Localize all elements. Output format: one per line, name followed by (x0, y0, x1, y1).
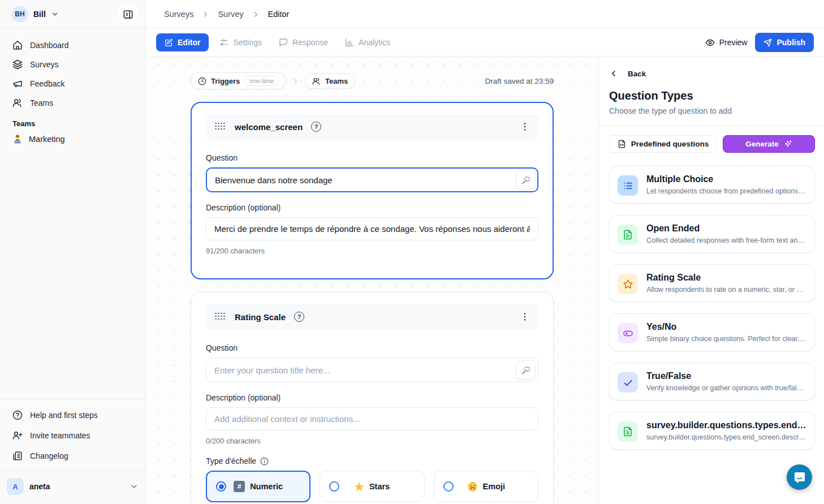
breadcrumb-surveys[interactable]: Surveys (164, 10, 193, 19)
sidebar-item-label: Invite teammates (30, 431, 90, 440)
panel-collapse-icon (123, 9, 133, 20)
publish-button[interactable]: Publish (755, 33, 814, 52)
generate-label: Generate (745, 140, 779, 148)
question-type-multiple-choice[interactable]: Multiple Choice Let respondents choose f… (609, 166, 815, 204)
app-root: BH Bill Dashboard Surveys Feedback (0, 0, 824, 504)
tab-label: Settings (233, 38, 262, 47)
sidebar-item-label: Teams (30, 98, 53, 107)
drag-handle-icon[interactable] (215, 123, 226, 131)
chat-launcher-button[interactable] (787, 464, 812, 490)
scale-option-numeric[interactable]: # Numeric (206, 471, 310, 502)
question-type-true-false[interactable]: True/False Verify knowledge or gather op… (609, 363, 815, 400)
pencil-icon (165, 38, 173, 47)
chat-bubble-icon (793, 471, 806, 484)
question-type-end-screen[interactable]: survey.builder.questions.types.end_scr..… (609, 412, 815, 450)
account-name: aneta (29, 482, 50, 491)
wand-sparkles-icon (521, 175, 530, 184)
question-card-title: welcome_screen (235, 122, 303, 132)
type-desc: Allow respondents to rate on a numeric, … (646, 286, 806, 294)
question-title-input[interactable] (206, 357, 538, 382)
sidebar-item-label: Help and first steps (30, 411, 98, 420)
megaphone-icon (12, 79, 23, 89)
breadcrumb-survey[interactable]: Survey (218, 10, 243, 19)
radio-icon[interactable] (443, 481, 454, 492)
sidebar-item-dashboard[interactable]: Dashboard (7, 36, 139, 55)
chevron-left-icon (609, 69, 618, 78)
question-title-input[interactable] (206, 167, 538, 192)
tab-label: Response (292, 38, 328, 47)
tab-editor[interactable]: Editor (156, 33, 209, 51)
tab-response[interactable]: Response (273, 33, 334, 51)
chevron-down-icon (130, 482, 139, 491)
triggers-label: Triggers (211, 77, 240, 85)
help-circle-icon[interactable]: ? (311, 122, 321, 132)
home-icon (12, 40, 23, 50)
preview-button[interactable]: Preview (705, 38, 748, 48)
collapse-sidebar-button[interactable] (118, 4, 138, 24)
question-card-title: Rating Scale (235, 312, 286, 322)
sidebar-item-changelog[interactable]: Changelog (7, 446, 139, 466)
tab-settings[interactable]: Settings (213, 33, 268, 51)
type-desc: Collect detailed responses with free-for… (646, 236, 806, 244)
question-type-yes-no[interactable]: Yes/No Simple binary choice questions. P… (609, 313, 815, 351)
team-label: Marketing (29, 135, 65, 144)
smiley-emoji (467, 481, 478, 492)
hash-keycap-icon: # (234, 481, 245, 492)
question-card-rating-scale[interactable]: Rating Scale ? ⋮ Question Description (o… (191, 292, 554, 504)
sidebar-item-label: Surveys (30, 60, 59, 69)
tab-analytics[interactable]: Analytics (339, 33, 396, 51)
drag-handle-icon[interactable] (215, 313, 226, 321)
triggers-pill[interactable]: Triggers one-time (191, 72, 286, 89)
magic-wand-button[interactable] (516, 170, 536, 190)
sidebar-item-help[interactable]: Help and first steps (7, 405, 139, 425)
chevron-right-icon (291, 77, 300, 85)
panel-title: Question Types (609, 89, 815, 102)
newspaper-icon (12, 451, 23, 461)
workspace-switcher[interactable]: BH Bill (8, 3, 62, 25)
wand-sparkles-icon (521, 365, 530, 374)
kebab-menu-icon[interactable]: ⋮ (520, 122, 529, 131)
question-card-header: Rating Scale ? ⋮ (206, 304, 538, 330)
question-card-welcome-screen[interactable]: welcome_screen ? ⋮ Question Description … (191, 102, 554, 279)
sidebar-footer: Help and first steps Invite teammates Ch… (0, 399, 145, 466)
account-switcher[interactable]: A aneta (0, 471, 145, 504)
sidebar-item-invite[interactable]: Invite teammates (7, 425, 139, 446)
back-button[interactable]: Back (609, 57, 815, 89)
type-name: Multiple Choice (646, 174, 806, 186)
generate-button[interactable]: Generate (723, 135, 815, 153)
scale-option-emoji[interactable]: Emoji (434, 471, 538, 502)
sparkles-icon (784, 140, 792, 148)
sidebar-item-label: Changelog (30, 451, 68, 460)
question-type-open-ended[interactable]: Open Ended Collect detailed responses wi… (609, 215, 815, 253)
type-name: survey.builder.questions.types.end_scr..… (646, 420, 806, 432)
type-name: Open Ended (646, 223, 806, 235)
description-input-wrap (206, 217, 538, 240)
users-icon (12, 98, 23, 108)
help-circle-icon[interactable]: ? (294, 312, 304, 322)
trigger-type-badge: one-time (244, 76, 279, 86)
scale-option-label: Stars (369, 482, 390, 491)
sidebar-item-teams[interactable]: Teams (7, 93, 139, 113)
scale-type-options: # Numeric ★ Stars Emoji (206, 471, 538, 502)
description-input[interactable] (206, 217, 538, 240)
predefined-questions-button[interactable]: Predefined questions (609, 135, 717, 153)
sidebar-item-feedback[interactable]: Feedback (7, 74, 139, 93)
radio-checked-icon[interactable] (216, 481, 226, 492)
chevron-right-icon (252, 10, 260, 19)
chevron-down-icon (51, 10, 59, 18)
teams-pill[interactable]: Teams (305, 74, 355, 89)
sidebar-item-surveys[interactable]: Surveys (7, 55, 139, 74)
sidebar-team-marketing[interactable]: Marketing (0, 129, 145, 149)
kebab-menu-icon[interactable]: ⋮ (520, 312, 529, 321)
radio-icon[interactable] (329, 481, 339, 492)
technologist-emoji (12, 134, 23, 144)
scale-type-label: Type d'échelle (206, 456, 538, 466)
magic-wand-button[interactable] (516, 360, 536, 380)
message-icon (279, 38, 288, 47)
info-icon[interactable] (260, 457, 269, 466)
breadcrumb: Surveys Survey Editor (146, 0, 824, 29)
account-avatar: A (7, 478, 24, 495)
scale-option-stars[interactable]: ★ Stars (320, 471, 424, 502)
description-input[interactable] (206, 407, 538, 430)
question-type-rating-scale[interactable]: Rating Scale Allow respondents to rate o… (609, 264, 815, 302)
